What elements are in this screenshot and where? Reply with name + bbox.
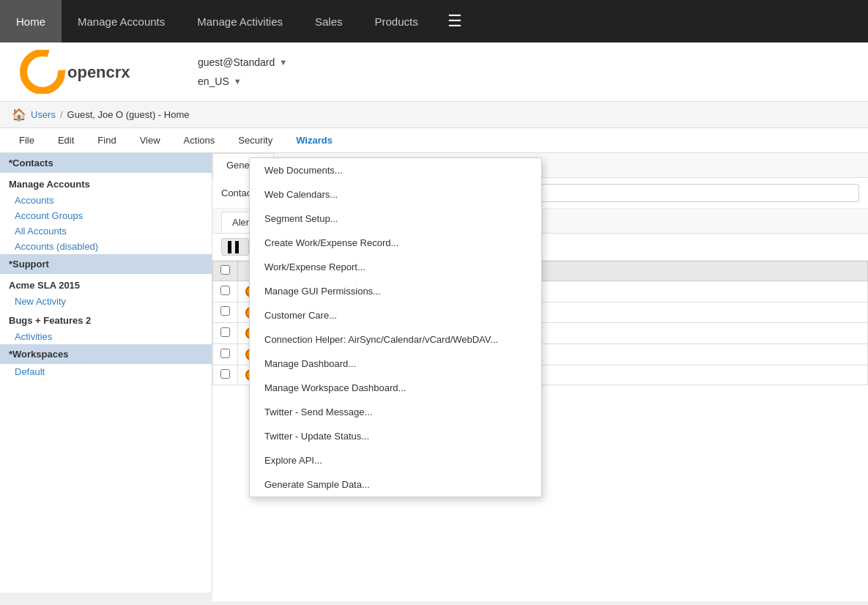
sidebar-item-activities[interactable]: Activities [0,329,212,344]
user-area: guest@Standard ▼ en_US ▼ [176,56,287,87]
svg-point-0 [23,53,62,91]
wizards-menu-item-8[interactable]: Manage Dashboard... [250,352,541,376]
locale-dropdown[interactable]: en_US ▼ [198,75,287,87]
wizards-menu-item-3[interactable]: Create Work/Expense Record... [250,231,541,255]
select-all-checkbox[interactable] [220,265,230,275]
hamburger-menu-icon[interactable]: ☰ [434,0,475,42]
user-dropdown[interactable]: guest@Standard ▼ [198,56,287,68]
logo-area: opencrx [15,50,176,94]
wizards-menu-item-11[interactable]: Twitter - Update Status... [250,424,541,448]
wizards-menu-item-10[interactable]: Twitter - Send Message... [250,400,541,424]
nav-item-manage-activities[interactable]: Manage Activities [181,0,299,42]
wizards-button[interactable]: Wizards [286,131,343,149]
header-area: opencrx guest@Standard ▼ en_US ▼ [0,42,868,102]
nav-item-sales[interactable]: Sales [299,0,359,42]
user-email-label: guest@Standard [198,56,275,68]
row-checkbox-cell [213,322,238,344]
toolbar: File Edit Find View Actions Security Wiz… [0,128,868,153]
wizards-dropdown-menu: Web Documents...Web Calendars...Segment … [249,157,542,497]
wizards-menu-item-12[interactable]: Explore API... [250,448,541,472]
row-checkbox-3[interactable] [220,349,230,358]
security-button[interactable]: Security [228,131,283,149]
sidebar-item-new-activity[interactable]: New Activity [0,294,212,309]
row-checkbox-4[interactable] [220,369,230,379]
row-checkbox-cell [213,365,238,385]
sidebar-section-support: *Support [0,254,212,274]
wizards-menu-item-2[interactable]: Segment Setup... [250,207,541,231]
svg-text:opencrx: opencrx [67,63,130,81]
breadcrumb-current-page: Guest, Joe O (guest) - Home [67,109,190,120]
breadcrumb-users-link[interactable]: Users [31,109,56,120]
wizards-menu-item-7[interactable]: Connection Helper: AirSync/Calendar/vCar… [250,327,541,352]
edit-button[interactable]: Edit [48,131,84,149]
user-dropdown-arrow: ▼ [279,58,287,67]
wizards-menu-item-5[interactable]: Manage GUI Permissions... [250,279,541,303]
wizards-menu-item-6[interactable]: Customer Care... [250,303,541,327]
nav-item-home[interactable]: Home [0,0,62,42]
sidebar-item-default[interactable]: Default [0,364,212,379]
home-icon: 🏠 [12,108,26,122]
top-navigation: Home Manage Accounts Manage Activities S… [0,0,868,42]
sidebar: *Contacts Manage Accounts Accounts Accou… [0,153,212,593]
nav-item-products[interactable]: Products [359,0,434,42]
sidebar-group-manage-accounts: Manage Accounts [0,173,212,193]
sidebar-section-workspaces: *Workspaces [0,344,212,364]
sidebar-item-accounts-disabled[interactable]: Accounts (disabled) [0,239,212,254]
sidebar-group-bugs-features: Bugs + Features 2 [0,309,212,329]
row-checkbox-cell [213,344,238,365]
row-checkbox-0[interactable] [220,286,230,295]
sidebar-item-account-groups[interactable]: Account Groups [0,208,212,223]
wizards-menu-item-9[interactable]: Manage Workspace Dashboard... [250,376,541,400]
row-checkbox-1[interactable] [220,306,230,316]
wizards-menu-item-4[interactable]: Work/Expense Report... [250,255,541,279]
find-button[interactable]: Find [87,131,126,149]
sidebar-item-accounts[interactable]: Accounts [0,193,212,208]
opencrx-logo: opencrx [15,50,132,94]
locale-dropdown-arrow: ▼ [234,77,242,86]
view-button[interactable]: View [130,131,171,149]
file-button[interactable]: File [9,131,45,149]
actions-button[interactable]: Actions [174,131,226,149]
row-checkbox-2[interactable] [220,327,230,337]
sidebar-item-all-accounts[interactable]: All Accounts [0,223,212,239]
table-header-checkbox [213,261,238,281]
sidebar-section-contacts: *Contacts [0,153,212,173]
breadcrumb-separator: / [60,109,63,120]
wizards-menu-item-13[interactable]: Generate Sample Data... [250,472,541,497]
locale-label: en_US [198,75,229,87]
wizards-menu-item-1[interactable]: Web Calendars... [250,182,541,207]
sidebar-group-acme-sla: Acme SLA 2015 [0,274,212,294]
nav-item-manage-accounts[interactable]: Manage Accounts [62,0,181,42]
nav-first-button[interactable]: ▌▌ [221,238,249,256]
wizards-menu-item-0[interactable]: Web Documents... [250,158,541,182]
row-checkbox-cell [213,302,238,323]
row-checkbox-cell [213,281,238,302]
breadcrumb: 🏠 Users / Guest, Joe O (guest) - Home [0,102,868,128]
